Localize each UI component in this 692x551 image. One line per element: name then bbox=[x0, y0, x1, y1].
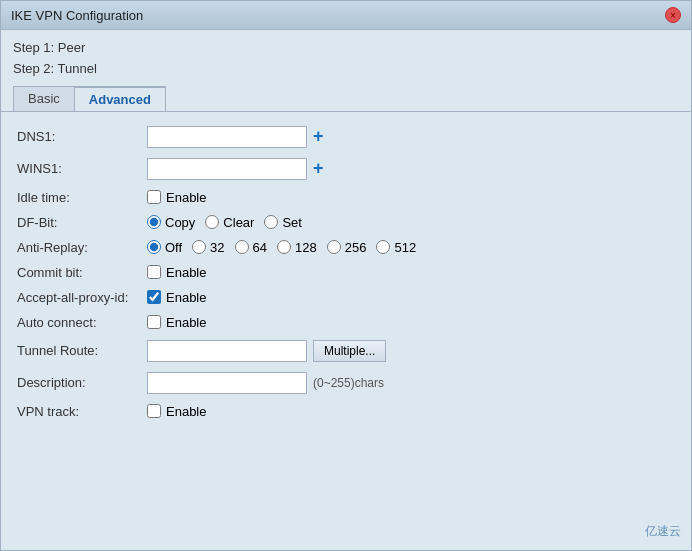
commit-bit-enable-label: Enable bbox=[166, 265, 206, 280]
accept-all-checkbox[interactable] bbox=[147, 290, 161, 304]
title-bar: IKE VPN Configuration × bbox=[1, 1, 691, 30]
wins1-row: WINS1: + bbox=[17, 158, 675, 180]
commit-bit-row: Commit bit: Enable bbox=[17, 265, 675, 280]
anti-replay-label: Anti-Replay: bbox=[17, 240, 147, 255]
anti-replay-radio-group: Off 32 64 128 256 bbox=[147, 240, 416, 255]
commit-bit-checkbox[interactable] bbox=[147, 265, 161, 279]
vpn-track-row: VPN track: Enable bbox=[17, 404, 675, 419]
ar-256-label: 256 bbox=[345, 240, 367, 255]
auto-connect-enable[interactable]: Enable bbox=[147, 315, 206, 330]
idle-time-enable[interactable]: Enable bbox=[147, 190, 206, 205]
description-row: Description: (0~255)chars bbox=[17, 372, 675, 394]
accept-all-label: Accept-all-proxy-id: bbox=[17, 290, 147, 305]
ar-128-radio[interactable] bbox=[277, 240, 291, 254]
dns1-input[interactable] bbox=[147, 126, 307, 148]
dfbit-set-label: Set bbox=[282, 215, 302, 230]
tunnel-route-input[interactable] bbox=[147, 340, 307, 362]
tabs-row: Basic Advanced bbox=[1, 86, 691, 111]
dfbit-row: DF-Bit: Copy Clear Set bbox=[17, 215, 675, 230]
dfbit-set[interactable]: Set bbox=[264, 215, 302, 230]
window: IKE VPN Configuration × Step 1: Peer Ste… bbox=[0, 0, 692, 551]
vpn-track-enable[interactable]: Enable bbox=[147, 404, 206, 419]
dfbit-set-radio[interactable] bbox=[264, 215, 278, 229]
accept-all-row: Accept-all-proxy-id: Enable bbox=[17, 290, 675, 305]
window-title: IKE VPN Configuration bbox=[11, 8, 143, 23]
dns1-add-button[interactable]: + bbox=[313, 126, 324, 147]
tab-advanced[interactable]: Advanced bbox=[74, 86, 166, 111]
description-input[interactable] bbox=[147, 372, 307, 394]
ar-32-radio[interactable] bbox=[192, 240, 206, 254]
ar-256-radio[interactable] bbox=[327, 240, 341, 254]
tunnel-route-label: Tunnel Route: bbox=[17, 343, 147, 358]
commit-bit-enable[interactable]: Enable bbox=[147, 265, 206, 280]
auto-connect-label: Auto connect: bbox=[17, 315, 147, 330]
ar-32-label: 32 bbox=[210, 240, 224, 255]
description-label: Description: bbox=[17, 375, 147, 390]
close-button[interactable]: × bbox=[665, 7, 681, 23]
anti-replay-row: Anti-Replay: Off 32 64 128 bbox=[17, 240, 675, 255]
dfbit-radio-group: Copy Clear Set bbox=[147, 215, 302, 230]
ar-32[interactable]: 32 bbox=[192, 240, 224, 255]
ar-512-radio[interactable] bbox=[376, 240, 390, 254]
dfbit-label: DF-Bit: bbox=[17, 215, 147, 230]
chars-hint: (0~255)chars bbox=[313, 376, 384, 390]
ar-128-label: 128 bbox=[295, 240, 317, 255]
step1-text: Step 1: Peer bbox=[13, 38, 679, 59]
steps-area: Step 1: Peer Step 2: Tunnel bbox=[1, 30, 691, 84]
ar-off-radio[interactable] bbox=[147, 240, 161, 254]
idle-time-row: Idle time: Enable bbox=[17, 190, 675, 205]
dns1-label: DNS1: bbox=[17, 129, 147, 144]
ar-64-label: 64 bbox=[253, 240, 267, 255]
ar-64-radio[interactable] bbox=[235, 240, 249, 254]
dfbit-clear-radio[interactable] bbox=[205, 215, 219, 229]
auto-connect-enable-label: Enable bbox=[166, 315, 206, 330]
dfbit-copy-label: Copy bbox=[165, 215, 195, 230]
step2-text: Step 2: Tunnel bbox=[13, 59, 679, 80]
tab-basic[interactable]: Basic bbox=[13, 86, 74, 111]
tunnel-route-row: Tunnel Route: Multiple... bbox=[17, 340, 675, 362]
ar-256[interactable]: 256 bbox=[327, 240, 367, 255]
content-area: DNS1: + WINS1: + Idle time: Enable DF-Bi… bbox=[1, 111, 691, 550]
dfbit-clear[interactable]: Clear bbox=[205, 215, 254, 230]
ar-64[interactable]: 64 bbox=[235, 240, 267, 255]
auto-connect-checkbox[interactable] bbox=[147, 315, 161, 329]
vpn-track-enable-label: Enable bbox=[166, 404, 206, 419]
ar-off-label: Off bbox=[165, 240, 182, 255]
wins1-label: WINS1: bbox=[17, 161, 147, 176]
wins1-input[interactable] bbox=[147, 158, 307, 180]
dfbit-clear-label: Clear bbox=[223, 215, 254, 230]
ar-512[interactable]: 512 bbox=[376, 240, 416, 255]
multiple-button[interactable]: Multiple... bbox=[313, 340, 386, 362]
wins1-add-button[interactable]: + bbox=[313, 158, 324, 179]
ar-off[interactable]: Off bbox=[147, 240, 182, 255]
idle-time-checkbox[interactable] bbox=[147, 190, 161, 204]
dfbit-copy[interactable]: Copy bbox=[147, 215, 195, 230]
auto-connect-row: Auto connect: Enable bbox=[17, 315, 675, 330]
dns1-row: DNS1: + bbox=[17, 126, 675, 148]
idle-time-enable-label: Enable bbox=[166, 190, 206, 205]
accept-all-enable[interactable]: Enable bbox=[147, 290, 206, 305]
ar-512-label: 512 bbox=[394, 240, 416, 255]
idle-time-label: Idle time: bbox=[17, 190, 147, 205]
dfbit-copy-radio[interactable] bbox=[147, 215, 161, 229]
ar-128[interactable]: 128 bbox=[277, 240, 317, 255]
vpn-track-checkbox[interactable] bbox=[147, 404, 161, 418]
vpn-track-label: VPN track: bbox=[17, 404, 147, 419]
accept-all-enable-label: Enable bbox=[166, 290, 206, 305]
commit-bit-label: Commit bit: bbox=[17, 265, 147, 280]
watermark: 亿速云 bbox=[645, 523, 681, 540]
